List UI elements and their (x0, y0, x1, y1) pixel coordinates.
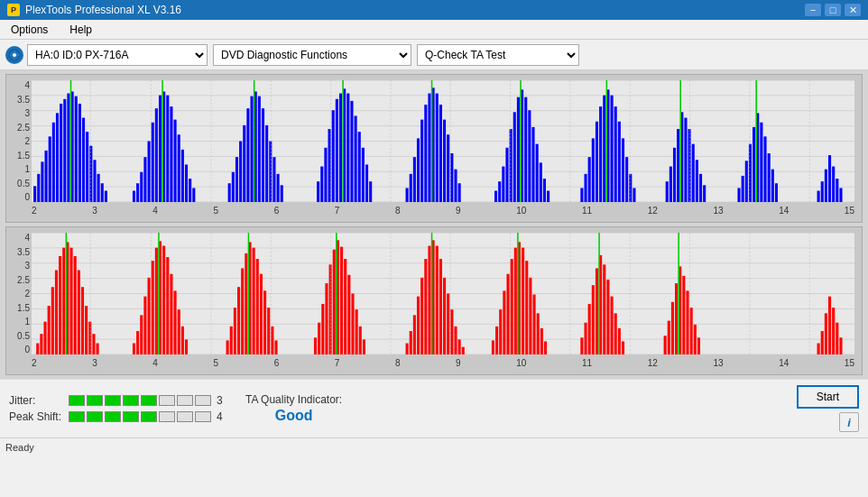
svg-rect-252 (417, 297, 420, 354)
svg-rect-262 (454, 327, 457, 354)
drive-select[interactable]: HA:0 ID:0 PX-716A (27, 44, 208, 66)
svg-rect-132 (666, 181, 669, 202)
jitter-seg-3 (105, 395, 121, 406)
svg-rect-190 (55, 271, 58, 354)
svg-rect-228 (260, 274, 263, 354)
svg-rect-54 (235, 157, 238, 202)
svg-rect-111 (536, 144, 539, 202)
svg-rect-100 (494, 191, 497, 202)
chart1-container: 4 3.5 3 2.5 2 1.5 1 0.5 0 (5, 74, 863, 223)
svg-rect-300 (682, 276, 685, 354)
svg-rect-245 (356, 309, 358, 354)
svg-rect-268 (499, 309, 502, 354)
svg-rect-135 (677, 129, 679, 202)
app-title: PlexTools Professional XL V3.16 (25, 4, 181, 16)
svg-rect-127 (622, 138, 624, 202)
chart1-x-axis: 2 3 4 5 6 7 8 9 10 11 12 13 14 15 (32, 202, 854, 218)
info-button[interactable]: i (839, 412, 859, 432)
jitter-seg-1 (69, 395, 85, 406)
svg-rect-257 (436, 246, 439, 354)
drive-selector: HA:0 ID:0 PX-716A (5, 44, 208, 66)
svg-rect-303 (694, 325, 697, 354)
svg-rect-266 (492, 340, 494, 354)
svg-rect-148 (753, 127, 755, 202)
svg-rect-271 (511, 259, 513, 354)
close-button[interactable]: ✕ (845, 4, 861, 16)
svg-rect-144 (737, 188, 740, 202)
svg-rect-50 (192, 188, 195, 202)
svg-rect-157 (821, 181, 824, 202)
peakshift-progress (69, 411, 211, 422)
svg-rect-189 (51, 287, 54, 354)
svg-rect-130 (633, 188, 635, 202)
svg-rect-254 (424, 259, 427, 354)
svg-rect-68 (317, 181, 319, 202)
svg-rect-93 (439, 105, 442, 202)
minimize-button[interactable]: − (805, 4, 821, 16)
svg-rect-138 (688, 129, 691, 202)
ta-quality-area: TA Quality Indicator: Good (245, 393, 342, 424)
svg-rect-250 (410, 331, 412, 354)
svg-rect-291 (614, 313, 617, 354)
svg-rect-295 (664, 336, 667, 354)
svg-rect-159 (828, 155, 831, 202)
svg-rect-145 (742, 176, 744, 202)
svg-rect-199 (88, 322, 91, 354)
svg-rect-310 (832, 308, 835, 354)
svg-rect-197 (81, 287, 84, 354)
svg-rect-230 (267, 308, 270, 354)
svg-rect-302 (690, 308, 693, 354)
svg-rect-203 (133, 344, 135, 354)
svg-rect-146 (745, 161, 748, 202)
menu-bar: Options Help (0, 20, 868, 40)
svg-rect-304 (697, 337, 700, 354)
svg-rect-223 (241, 268, 244, 354)
svg-rect-16 (45, 151, 48, 202)
svg-rect-284 (588, 304, 591, 354)
status-bar: Ready (0, 437, 868, 456)
jitter-seg-5 (141, 395, 157, 406)
menu-help[interactable]: Help (62, 22, 99, 38)
svg-rect-220 (230, 327, 233, 354)
svg-rect-87 (417, 138, 420, 202)
svg-rect-29 (93, 160, 96, 202)
svg-rect-80 (362, 148, 365, 202)
peak-seg-6 (159, 411, 175, 422)
svg-rect-44 (170, 106, 172, 202)
svg-rect-292 (618, 328, 621, 354)
svg-rect-255 (428, 246, 430, 354)
peakshift-label: Peak Shift: (9, 410, 63, 423)
svg-rect-185 (36, 344, 39, 354)
svg-rect-306 (817, 344, 820, 354)
peak-seg-8 (195, 411, 211, 422)
svg-rect-26 (82, 118, 85, 202)
chart2-x-axis: 2 3 4 5 6 7 8 9 10 11 12 13 14 15 (32, 354, 854, 371)
svg-rect-207 (148, 278, 151, 354)
svg-rect-43 (166, 96, 169, 202)
svg-rect-308 (825, 313, 827, 354)
svg-rect-141 (699, 174, 702, 202)
menu-options[interactable]: Options (4, 22, 55, 38)
svg-rect-212 (166, 257, 169, 354)
svg-rect-78 (355, 115, 357, 202)
svg-rect-64 (272, 157, 275, 202)
svg-rect-95 (447, 134, 449, 202)
svg-rect-259 (443, 278, 446, 354)
svg-rect-289 (606, 280, 609, 354)
svg-rect-263 (458, 339, 461, 354)
svg-rect-139 (692, 144, 695, 202)
svg-rect-238 (329, 264, 332, 354)
svg-rect-162 (839, 188, 842, 202)
svg-rect-14 (37, 174, 40, 202)
bottom-bar: Jitter: 3 Peak Shift: (0, 379, 868, 437)
test-select[interactable]: Q-Check TA Test (417, 44, 579, 66)
function-select[interactable]: DVD Diagnostic Functions (213, 44, 411, 66)
maximize-button[interactable]: □ (825, 4, 841, 16)
start-button[interactable]: Start (797, 385, 859, 409)
svg-rect-48 (185, 164, 188, 202)
svg-rect-94 (443, 120, 446, 202)
ta-quality-value: Good (275, 408, 313, 424)
svg-rect-96 (450, 153, 453, 202)
svg-rect-237 (325, 283, 328, 354)
svg-rect-89 (424, 105, 427, 202)
